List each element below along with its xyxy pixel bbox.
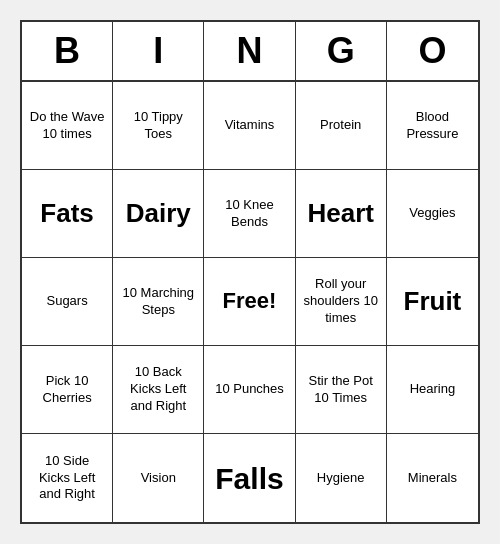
bingo-cell-19[interactable]: Hearing xyxy=(387,346,478,434)
bingo-letter-b: B xyxy=(22,22,113,80)
bingo-cell-13[interactable]: Roll your shoulders 10 times xyxy=(296,258,387,346)
bingo-cell-11[interactable]: 10 Marching Steps xyxy=(113,258,204,346)
bingo-cell-1[interactable]: 10 Tippy Toes xyxy=(113,82,204,170)
bingo-cell-10[interactable]: Sugars xyxy=(22,258,113,346)
bingo-cell-9[interactable]: Veggies xyxy=(387,170,478,258)
bingo-cell-20[interactable]: 10 Side Kicks Left and Right xyxy=(22,434,113,522)
bingo-cell-15[interactable]: Pick 10 Cherries xyxy=(22,346,113,434)
bingo-letter-n: N xyxy=(204,22,295,80)
bingo-cell-22[interactable]: Falls xyxy=(204,434,295,522)
bingo-letter-g: G xyxy=(296,22,387,80)
bingo-cell-8[interactable]: Heart xyxy=(296,170,387,258)
bingo-cell-7[interactable]: 10 Knee Bends xyxy=(204,170,295,258)
bingo-grid: Do the Wave 10 times10 Tippy ToesVitamin… xyxy=(22,82,478,522)
bingo-cell-14[interactable]: Fruit xyxy=(387,258,478,346)
bingo-cell-24[interactable]: Minerals xyxy=(387,434,478,522)
bingo-cell-2[interactable]: Vitamins xyxy=(204,82,295,170)
bingo-card: BINGO Do the Wave 10 times10 Tippy ToesV… xyxy=(20,20,480,524)
bingo-letter-i: I xyxy=(113,22,204,80)
bingo-cell-21[interactable]: Vision xyxy=(113,434,204,522)
bingo-cell-6[interactable]: Dairy xyxy=(113,170,204,258)
bingo-cell-4[interactable]: Blood Pressure xyxy=(387,82,478,170)
bingo-cell-0[interactable]: Do the Wave 10 times xyxy=(22,82,113,170)
bingo-header: BINGO xyxy=(22,22,478,82)
bingo-cell-5[interactable]: Fats xyxy=(22,170,113,258)
bingo-cell-23[interactable]: Hygiene xyxy=(296,434,387,522)
bingo-cell-12[interactable]: Free! xyxy=(204,258,295,346)
bingo-cell-3[interactable]: Protein xyxy=(296,82,387,170)
bingo-letter-o: O xyxy=(387,22,478,80)
bingo-cell-16[interactable]: 10 Back Kicks Left and Right xyxy=(113,346,204,434)
bingo-cell-17[interactable]: 10 Punches xyxy=(204,346,295,434)
bingo-cell-18[interactable]: Stir the Pot 10 Times xyxy=(296,346,387,434)
